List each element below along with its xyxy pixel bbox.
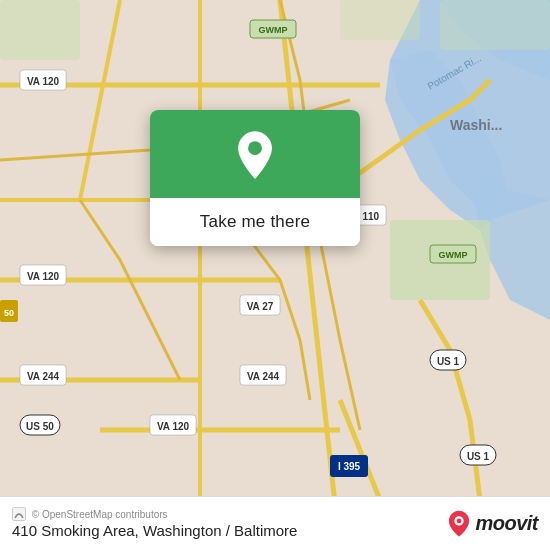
svg-rect-2 — [0, 0, 80, 60]
svg-text:US 50: US 50 — [26, 421, 54, 432]
svg-text:VA 244: VA 244 — [247, 371, 280, 382]
svg-text:US 1: US 1 — [467, 451, 490, 462]
svg-text:50: 50 — [4, 308, 14, 318]
svg-text:VA 27: VA 27 — [247, 301, 274, 312]
svg-point-43 — [248, 141, 262, 155]
svg-text:US 1: US 1 — [437, 356, 460, 367]
svg-text:VA 120: VA 120 — [157, 421, 190, 432]
svg-text:VA 244: VA 244 — [27, 371, 60, 382]
svg-rect-3 — [440, 0, 550, 50]
location-popup: Take me there — [150, 110, 360, 246]
moovit-pin-icon — [445, 510, 473, 538]
svg-text:I 395: I 395 — [338, 461, 361, 472]
svg-text:GWMP: GWMP — [259, 25, 288, 35]
map-background: VA 120 VA 120 VA 120 VA 244 VA 244 VA 11… — [0, 0, 550, 550]
bottom-left-info: © OpenStreetMap contributors 410 Smoking… — [12, 508, 297, 539]
svg-text:GWMP: GWMP — [439, 250, 468, 260]
location-title: 410 Smoking Area, Washington / Baltimore — [12, 522, 297, 539]
osm-icon — [12, 507, 26, 521]
map-pin-icon — [229, 130, 281, 182]
popup-header — [150, 110, 360, 198]
svg-point-46 — [457, 518, 462, 523]
moovit-text: moovit — [475, 512, 538, 535]
svg-text:VA 120: VA 120 — [27, 271, 60, 282]
take-me-there-button[interactable]: Take me there — [150, 198, 360, 246]
map-container: VA 120 VA 120 VA 120 VA 244 VA 244 VA 11… — [0, 0, 550, 550]
svg-text:VA 120: VA 120 — [27, 76, 60, 87]
svg-text:Washi...: Washi... — [450, 117, 502, 133]
bottom-bar: © OpenStreetMap contributors 410 Smoking… — [0, 496, 550, 550]
osm-attribution: © OpenStreetMap contributors — [12, 508, 297, 522]
svg-rect-4 — [340, 0, 420, 40]
moovit-logo: moovit — [445, 510, 538, 538]
